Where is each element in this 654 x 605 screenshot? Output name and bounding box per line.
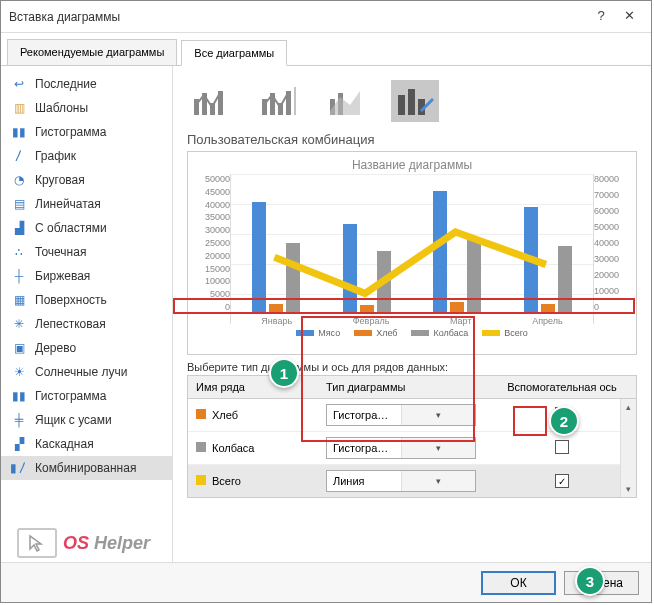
series-color-swatch [196, 409, 206, 419]
scatter-chart-icon: ∴ [11, 244, 27, 260]
sidebar-item-recent[interactable]: ↩Последние [1, 72, 172, 96]
sidebar-item-stock[interactable]: ┼Биржевая [1, 264, 172, 288]
watermark: OS Helper [17, 528, 150, 558]
sidebar-item-templates[interactable]: ▥Шаблоны [1, 96, 172, 120]
secondary-axis-checkbox[interactable]: ✓ [555, 474, 569, 488]
dialog-footer: ОК Отмена [1, 562, 651, 602]
sidebar-item-combo[interactable]: ▮〳Комбинированная [1, 456, 172, 480]
tab-recommended[interactable]: Рекомендуемые диаграммы [7, 39, 177, 65]
sidebar-item-boxwhisker[interactable]: ╪Ящик с усами [1, 408, 172, 432]
sidebar-item-line[interactable]: 〳График [1, 144, 172, 168]
sidebar-item-histogram[interactable]: ▮▮Гистограмма [1, 384, 172, 408]
chart-preview: Название диаграммы 500004500040000350003… [187, 151, 637, 355]
combo-chart-icon: ▮〳 [11, 460, 27, 476]
bar-chart-icon: ▤ [11, 196, 27, 212]
chevron-down-icon: ▾ [401, 471, 476, 491]
series-color-swatch [196, 475, 206, 485]
stock-chart-icon: ┼ [11, 268, 27, 284]
callout-2: 2 [549, 406, 579, 436]
sidebar-item-bar[interactable]: ▤Линейчатая [1, 192, 172, 216]
section-title: Пользовательская комбинация [187, 132, 637, 147]
combo-subtype-2[interactable] [255, 80, 303, 122]
sidebar-item-area[interactable]: ▟С областями [1, 216, 172, 240]
area-chart-icon: ▟ [11, 220, 27, 236]
help-button[interactable]: ? [587, 5, 615, 29]
callout-1: 1 [269, 358, 299, 388]
scroll-down-icon[interactable]: ▾ [621, 481, 636, 497]
tab-bar: Рекомендуемые диаграммы Все диаграммы [1, 33, 651, 66]
combo-thumb-icon [191, 85, 231, 117]
subtype-thumbnails [187, 80, 637, 122]
sidebar-item-pie[interactable]: ◔Круговая [1, 168, 172, 192]
treemap-icon: ▣ [11, 340, 27, 356]
chart-type-dropdown[interactable]: Гистограмма с групп...▾ [326, 437, 476, 459]
combo-thumb-icon [327, 85, 367, 117]
box-whisker-icon: ╪ [11, 412, 27, 428]
close-button[interactable]: ✕ [615, 5, 643, 29]
sidebar-item-scatter[interactable]: ∴Точечная [1, 240, 172, 264]
combo-thumb-icon [259, 85, 299, 117]
series-name: Колбаса [212, 442, 255, 454]
svg-rect-11 [398, 95, 405, 115]
histogram-icon: ▮▮ [11, 388, 27, 404]
chart-type-sidebar: ↩Последние ▥Шаблоны ▮▮Гистограмма 〳Графи… [1, 66, 173, 577]
sidebar-item-treemap[interactable]: ▣Дерево [1, 336, 172, 360]
radar-chart-icon: ✳ [11, 316, 27, 332]
x-axis: ЯнварьФевральМартАпрель [231, 316, 593, 326]
column-chart-icon: ▮▮ [11, 124, 27, 140]
series-row: Колбаса Гистограмма с групп...▾ [188, 431, 636, 464]
chart-title: Название диаграммы [196, 158, 628, 172]
combo-subtype-3[interactable] [323, 80, 371, 122]
folder-icon: ▥ [11, 100, 27, 116]
scroll-up-icon[interactable]: ▴ [621, 399, 636, 415]
pie-chart-icon: ◔ [11, 172, 27, 188]
window-title: Вставка диаграммы [9, 10, 587, 24]
titlebar: Вставка диаграммы ? ✕ [1, 1, 651, 33]
sidebar-item-waterfall[interactable]: ▞Каскадная [1, 432, 172, 456]
combo-subtype-1[interactable] [187, 80, 235, 122]
combo-thumb-custom-icon [395, 85, 435, 117]
chevron-down-icon: ▾ [401, 438, 476, 458]
series-row: Всего Линия▾ ✓ [188, 464, 636, 497]
series-name: Всего [212, 475, 241, 487]
ok-button[interactable]: ОК [481, 571, 556, 595]
chart-type-dropdown[interactable]: Линия▾ [326, 470, 476, 492]
chart-type-dropdown[interactable]: Гистограмма с групп...▾ [326, 404, 476, 426]
svg-rect-12 [408, 89, 415, 115]
line-chart-icon: 〳 [11, 148, 27, 164]
plot-area: ЯнварьФевральМартАпрель [230, 174, 594, 324]
sidebar-item-sunburst[interactable]: ☀Солнечные лучи [1, 360, 172, 384]
sunburst-icon: ☀ [11, 364, 27, 380]
y-axis-primary: 5000045000400003500030000250002000015000… [196, 174, 230, 324]
cursor-icon [17, 528, 57, 558]
series-color-swatch [196, 442, 206, 452]
y-axis-secondary: 8000070000600005000040000300002000010000… [594, 174, 628, 324]
secondary-axis-checkbox[interactable] [555, 440, 569, 454]
combo-subtype-custom[interactable] [391, 80, 439, 122]
recent-icon: ↩ [11, 76, 27, 92]
scrollbar[interactable]: ▴ ▾ [620, 399, 636, 497]
waterfall-icon: ▞ [11, 436, 27, 452]
sidebar-item-radar[interactable]: ✳Лепестковая [1, 312, 172, 336]
callout-3: 3 [575, 566, 605, 596]
chevron-down-icon: ▾ [401, 405, 476, 425]
series-name: Хлеб [212, 409, 238, 421]
tab-all[interactable]: Все диаграммы [181, 40, 287, 66]
sidebar-item-column[interactable]: ▮▮Гистограмма [1, 120, 172, 144]
surface-chart-icon: ▦ [11, 292, 27, 308]
main-panel: Пользовательская комбинация Название диа… [173, 66, 651, 577]
sidebar-item-surface[interactable]: ▦Поверхность [1, 288, 172, 312]
